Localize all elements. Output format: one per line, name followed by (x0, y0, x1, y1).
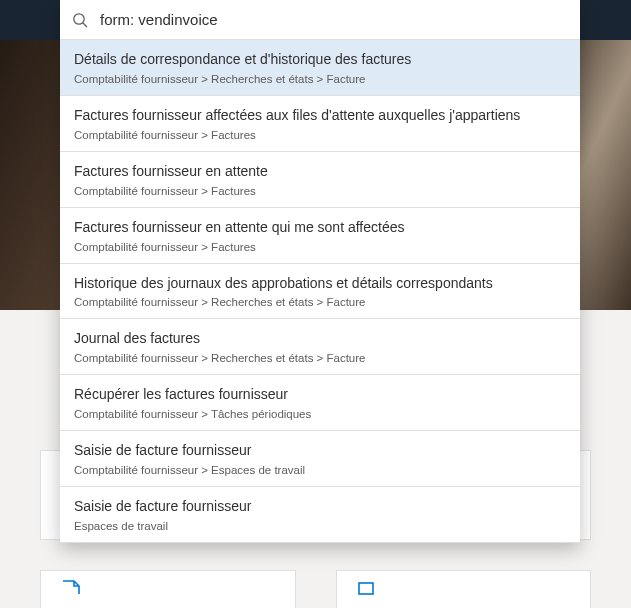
result-title: Factures fournisseur affectées aux files… (74, 106, 566, 125)
search-result-item[interactable]: Factures fournisseur en attente qui me s… (60, 208, 580, 264)
search-flyout: Détails de correspondance et d'historiqu… (60, 0, 580, 543)
tile-blank-left[interactable] (40, 570, 296, 608)
search-results: Détails de correspondance et d'historiqu… (60, 40, 580, 543)
search-result-item[interactable]: Journal des facturesComptabilité fournis… (60, 319, 580, 375)
result-path: Comptabilité fournisseur > Factures (74, 129, 566, 141)
search-result-item[interactable]: Récupérer les factures fournisseurCompta… (60, 375, 580, 431)
svg-rect-7 (359, 583, 373, 594)
search-row[interactable] (60, 0, 580, 40)
result-title: Factures fournisseur en attente (74, 162, 566, 181)
search-result-item[interactable]: Factures fournisseur en attenteComptabil… (60, 152, 580, 208)
result-title: Détails de correspondance et d'historiqu… (74, 50, 566, 69)
result-path: Comptabilité fournisseur > Espaces de tr… (74, 464, 566, 476)
result-path: Comptabilité fournisseur > Recherches et… (74, 352, 566, 364)
result-path: Comptabilité fournisseur > Factures (74, 241, 566, 253)
svg-line-1 (83, 23, 87, 27)
search-result-item[interactable]: Historique des journaux des approbations… (60, 264, 580, 320)
result-path: Comptabilité fournisseur > Recherches et… (74, 296, 566, 308)
result-title: Saisie de facture fournisseur (74, 441, 566, 460)
search-result-item[interactable]: Saisie de facture fournisseurComptabilit… (60, 431, 580, 487)
result-path: Comptabilité fournisseur > Factures (74, 185, 566, 197)
search-result-item[interactable]: Détails de correspondance et d'historiqu… (60, 40, 580, 96)
document-icon (59, 579, 83, 608)
result-path: Comptabilité fournisseur > Tâches périod… (74, 408, 566, 420)
result-title: Saisie de facture fournisseur (74, 497, 566, 516)
result-path: Comptabilité fournisseur > Recherches et… (74, 73, 566, 85)
svg-point-0 (74, 13, 84, 23)
result-title: Journal des factures (74, 329, 566, 348)
tile-blank-right[interactable] (336, 570, 592, 608)
result-path: Espaces de travail (74, 520, 566, 532)
search-result-item[interactable]: Factures fournisseur affectées aux files… (60, 96, 580, 152)
result-title: Factures fournisseur en attente qui me s… (74, 218, 566, 237)
search-input[interactable] (98, 10, 568, 29)
document-lines-icon (355, 579, 379, 608)
result-title: Historique des journaux des approbations… (74, 274, 566, 293)
search-result-item[interactable]: Saisie de facture fournisseurEspaces de … (60, 487, 580, 543)
result-title: Récupérer les factures fournisseur (74, 385, 566, 404)
search-icon (72, 12, 88, 28)
